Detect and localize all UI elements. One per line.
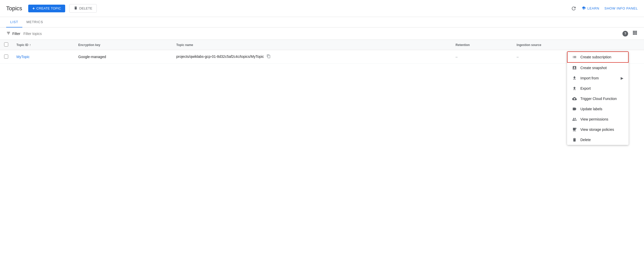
header-actions: LEARN SHOW INFO PANEL <box>571 6 638 11</box>
create-subscription-icon <box>572 55 577 59</box>
th-topic-name[interactable]: Topic name <box>172 40 452 50</box>
sort-arrow-icon: ↑ <box>29 43 31 47</box>
learn-label: LEARN <box>587 6 599 10</box>
th-topic-id[interactable]: Topic ID ↑ <box>12 40 74 50</box>
th-ingestion-source[interactable]: Ingestion source <box>513 40 602 50</box>
refresh-button[interactable] <box>571 6 577 11</box>
filter-actions: ? <box>622 30 638 37</box>
table-row: MyTopic Google-managed projects/qwiklabs… <box>0 50 644 64</box>
create-topic-plus-icon: + <box>32 6 35 11</box>
tab-list[interactable]: LIST <box>6 17 22 27</box>
delete-trash-icon <box>74 6 78 11</box>
topics-table-container: Topic ID ↑ Encryption key Topic name Ret… <box>0 40 644 64</box>
create-topic-label: CREATE TOPIC <box>36 6 61 10</box>
learn-button[interactable]: LEARN <box>582 6 599 11</box>
th-actions <box>602 40 644 50</box>
page-title: Topics <box>6 5 22 12</box>
row-retention: – <box>452 50 513 64</box>
row-encryption-key: Google-managed <box>74 50 172 64</box>
columns-icon[interactable] <box>632 30 638 37</box>
topic-id-link[interactable]: MyTopic <box>16 55 30 59</box>
menu-item-create-subscription[interactable]: Create subscription <box>567 51 629 63</box>
context-menu: Create subscription Create snapshot Impo… <box>567 51 629 64</box>
row-topic-name: projects/qwiklabs-gcp-01-8d32c5af2c4c/to… <box>172 50 452 64</box>
create-subscription-label: Create subscription <box>580 55 623 59</box>
delete-button[interactable]: DELETE <box>69 4 97 13</box>
th-retention[interactable]: Retention <box>452 40 513 50</box>
row-checkbox[interactable] <box>4 54 8 59</box>
table-header-row: Topic ID ↑ Encryption key Topic name Ret… <box>0 40 644 50</box>
row-checkbox-cell <box>0 50 12 64</box>
delete-label: DELETE <box>79 6 92 10</box>
filter-input[interactable] <box>23 32 619 36</box>
th-encryption-key[interactable]: Encryption key <box>74 40 172 50</box>
learn-icon <box>582 6 586 11</box>
tabs-bar: LIST METRICS <box>0 17 644 27</box>
filter-icon <box>6 31 11 36</box>
copy-icon[interactable] <box>267 55 271 59</box>
show-info-panel-button[interactable]: SHOW INFO PANEL <box>604 6 638 10</box>
show-info-panel-label: SHOW INFO PANEL <box>604 6 638 10</box>
row-topic-id: MyTopic <box>12 50 74 64</box>
topics-table: Topic ID ↑ Encryption key Topic name Ret… <box>0 40 644 64</box>
page-header: Topics + CREATE TOPIC DELETE LEARN SHOW … <box>0 0 644 17</box>
select-all-header <box>0 40 12 50</box>
select-all-checkbox[interactable] <box>4 42 8 47</box>
menu-item-create-snapshot[interactable]: Create snapshot <box>567 63 629 64</box>
help-icon[interactable]: ? <box>622 31 628 36</box>
create-topic-button[interactable]: + CREATE TOPIC <box>28 5 65 12</box>
filter-label: Filter <box>6 31 20 36</box>
filter-bar: Filter ? <box>0 27 644 40</box>
tab-metrics[interactable]: METRICS <box>22 17 47 27</box>
